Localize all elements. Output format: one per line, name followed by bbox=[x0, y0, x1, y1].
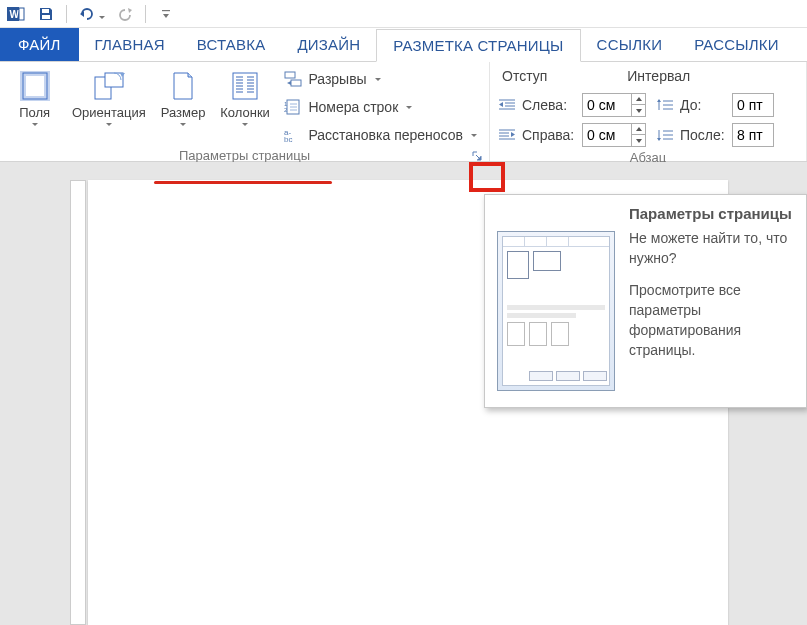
indent-left-input[interactable] bbox=[582, 93, 646, 117]
hyphenation-label: Расстановка переносов bbox=[308, 127, 463, 143]
group-page-setup: Поля Ориентация Размер Колонки bbox=[0, 62, 490, 161]
breaks-label: Разрывы bbox=[308, 71, 366, 87]
spin-up[interactable] bbox=[632, 124, 645, 135]
svg-text:W: W bbox=[10, 9, 20, 20]
orientation-button[interactable]: Ориентация bbox=[65, 66, 152, 129]
margins-icon bbox=[20, 70, 50, 102]
svg-rect-5 bbox=[162, 10, 170, 11]
line-numbers-label: Номера строк bbox=[308, 99, 398, 115]
size-label: Размер bbox=[161, 106, 206, 129]
indent-right-value[interactable] bbox=[583, 124, 631, 146]
word-app-icon: W bbox=[4, 2, 28, 26]
ribbon: Поля Ориентация Размер Колонки bbox=[0, 62, 807, 162]
spacing-after-value[interactable] bbox=[733, 124, 773, 146]
redo-button[interactable] bbox=[113, 2, 137, 26]
svg-rect-3 bbox=[42, 9, 49, 13]
qat-customize-button[interactable] bbox=[154, 2, 178, 26]
indent-header: Отступ bbox=[502, 68, 547, 84]
spacing-before-label: До: bbox=[680, 97, 726, 113]
svg-rect-10 bbox=[105, 73, 123, 87]
indent-left-icon bbox=[498, 98, 516, 112]
hyphenation-button[interactable]: a-bc Расстановка переносов bbox=[280, 124, 481, 146]
group-paragraph: Отступ Интервал Слева: Справа: bbox=[490, 62, 807, 161]
spacing-after-input[interactable] bbox=[732, 123, 774, 147]
undo-button[interactable] bbox=[75, 2, 99, 26]
page-setup-tooltip: Параметры страницы Не можете найти то, ч… bbox=[484, 194, 807, 408]
breaks-button[interactable]: Разрывы bbox=[280, 68, 481, 90]
spacing-before-input[interactable] bbox=[732, 93, 774, 117]
tab-insert[interactable]: ВСТАВКА bbox=[181, 28, 282, 61]
tab-page-layout[interactable]: РАЗМЕТКА СТРАНИЦЫ bbox=[376, 29, 580, 62]
svg-text:bc: bc bbox=[284, 135, 292, 143]
ribbon-tabs: ФАЙЛ ГЛАВНАЯ ВСТАВКА ДИЗАЙН РАЗМЕТКА СТР… bbox=[0, 28, 807, 62]
size-button[interactable]: Размер bbox=[157, 66, 210, 129]
vertical-ruler[interactable] bbox=[70, 180, 86, 625]
tooltip-text-1: Не можете найти то, что нужно? bbox=[629, 228, 794, 268]
spacing-after-label: После: bbox=[680, 127, 726, 143]
breaks-icon bbox=[284, 71, 302, 87]
spacing-header: Интервал bbox=[627, 68, 690, 84]
line-numbers-button[interactable]: 12 Номера строк bbox=[280, 96, 481, 118]
page-setup-small-stack: Разрывы 12 Номера строк a-bc Расстановка… bbox=[280, 66, 481, 146]
separator bbox=[66, 5, 67, 23]
orientation-label: Ориентация bbox=[72, 106, 146, 129]
margins-label: Поля bbox=[19, 106, 50, 129]
svg-rect-6 bbox=[23, 73, 47, 99]
tooltip-thumbnail bbox=[497, 231, 615, 391]
svg-rect-4 bbox=[42, 15, 50, 19]
spacing-after-icon bbox=[656, 128, 674, 142]
columns-button[interactable]: Колонки bbox=[214, 66, 277, 129]
size-icon bbox=[170, 70, 196, 102]
indent-left-value[interactable] bbox=[583, 94, 631, 116]
spin-down[interactable] bbox=[632, 105, 645, 116]
hyphenation-icon: a-bc bbox=[284, 127, 302, 143]
tab-file[interactable]: ФАЙЛ bbox=[0, 28, 79, 61]
orientation-icon bbox=[92, 70, 126, 102]
tooltip-title: Параметры страницы bbox=[629, 205, 794, 222]
svg-rect-24 bbox=[285, 72, 295, 78]
svg-rect-2 bbox=[19, 8, 24, 20]
svg-rect-25 bbox=[291, 80, 301, 86]
separator bbox=[145, 5, 146, 23]
quick-access-toolbar: W bbox=[0, 0, 807, 28]
save-button[interactable] bbox=[34, 2, 58, 26]
columns-label: Колонки bbox=[220, 106, 270, 129]
tab-mailings[interactable]: РАССЫЛКИ bbox=[678, 28, 795, 61]
columns-icon bbox=[231, 70, 259, 102]
margins-button[interactable]: Поля bbox=[8, 66, 61, 129]
spacing-before-value[interactable] bbox=[733, 94, 773, 116]
indent-right-input[interactable] bbox=[582, 123, 646, 147]
line-numbers-icon: 12 bbox=[284, 99, 302, 115]
tooltip-text-2: Просмотрите все параметры форматирования… bbox=[629, 280, 794, 360]
indent-right-icon bbox=[498, 128, 516, 142]
indent-right-label: Справа: bbox=[522, 127, 576, 143]
tab-references[interactable]: ССЫЛКИ bbox=[581, 28, 679, 61]
indent-left-label: Слева: bbox=[522, 97, 576, 113]
spacing-before-icon bbox=[656, 98, 674, 112]
annotation-redbox bbox=[469, 162, 505, 192]
tab-home[interactable]: ГЛАВНАЯ bbox=[79, 28, 181, 61]
spin-up[interactable] bbox=[632, 94, 645, 105]
tab-design[interactable]: ДИЗАЙН bbox=[281, 28, 376, 61]
spin-down[interactable] bbox=[632, 135, 645, 146]
annotation-underline bbox=[154, 181, 332, 184]
